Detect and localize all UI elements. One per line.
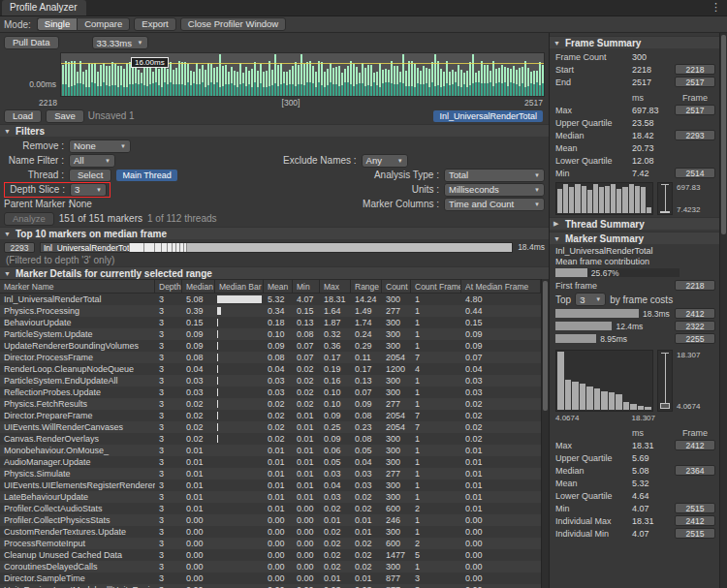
- close-profiler-window-button[interactable]: Close Profiler Window: [180, 17, 286, 31]
- marker-row[interactable]: Director.SampleTime30.000.000.000.010.01…: [0, 573, 541, 584]
- goto-frame-button[interactable]: 2514: [675, 168, 715, 178]
- marker-row[interactable]: UnityEngine.InputModule.dllUnityEngineIn…: [0, 584, 541, 588]
- top-markers-foldout[interactable]: ▼ Top 10 markers on median frame: [0, 227, 549, 239]
- marker-columns-dropdown[interactable]: Time and Count ▼: [444, 198, 545, 211]
- marker-row[interactable]: UpdateRendererBoundingVolumes30.090.090.…: [0, 340, 541, 352]
- marker-summary-foldout[interactable]: ▼ Marker Summary: [550, 232, 723, 244]
- remove-dropdown[interactable]: None ▼: [69, 139, 131, 153]
- table-scrollbar[interactable]: [541, 279, 549, 588]
- marker-row[interactable]: ParticleSystem.EndUpdateAll30.030.030.02…: [0, 375, 541, 387]
- marker-row[interactable]: ReflectionProbes.Update30.030.030.020.10…: [0, 387, 541, 398]
- marker-row[interactable]: BehaviourUpdate30.150.180.131.871.743001…: [0, 317, 541, 328]
- thread-summary-foldout[interactable]: ▶ Thread Summary: [550, 217, 723, 230]
- scrollbar-thumb[interactable]: [543, 281, 548, 411]
- column-header[interactable]: Min: [293, 280, 320, 293]
- top-marker-segment[interactable]: [130, 243, 144, 252]
- goto-frame-button[interactable]: 2322: [675, 321, 715, 331]
- column-header[interactable]: Mean: [264, 280, 293, 293]
- export-button[interactable]: Export: [134, 17, 175, 31]
- marker-row[interactable]: Profiler.CollectPhysicsStats30.000.000.0…: [0, 514, 541, 526]
- goto-frame-button[interactable]: 2218: [675, 280, 715, 291]
- marker-row[interactable]: Inl_UniversalRenderTotal35.085.324.0718.…: [0, 294, 541, 305]
- marker-row[interactable]: ProcessRemoteInput30.000.000.000.020.026…: [0, 538, 541, 549]
- marker-row[interactable]: UIEvents.UIElementsRegisterRenderers30.0…: [0, 480, 541, 491]
- goto-frame-button[interactable]: 2412: [675, 308, 715, 319]
- top-marker-selected-segment[interactable]: Inl_UniversalRenderTotal: [41, 243, 130, 252]
- marker-row[interactable]: UIEvents.WillRenderCanvases30.020.020.01…: [0, 421, 541, 433]
- marker-row[interactable]: Canvas.RenderOverlays30.020.020.010.090.…: [0, 433, 541, 445]
- marker-row[interactable]: Director.PrepareFrame30.020.020.010.090.…: [0, 410, 541, 421]
- top-n-dropdown[interactable]: 3 ▼: [575, 293, 606, 306]
- marker-row[interactable]: Profiler.CollectAudioStats30.010.010.000…: [0, 503, 541, 514]
- column-header[interactable]: Range: [351, 280, 382, 293]
- goto-frame-button[interactable]: 2515: [675, 528, 715, 539]
- column-header[interactable]: Count Frame: [411, 280, 461, 293]
- goto-frame-button[interactable]: 2293: [4, 242, 35, 253]
- column-header[interactable]: Depth: [155, 280, 182, 293]
- kebab-menu-icon[interactable]: ⋮: [711, 1, 721, 14]
- goto-frame-button[interactable]: 2218: [675, 64, 715, 75]
- column-header[interactable]: At Median Frame: [461, 280, 541, 293]
- goto-frame-button[interactable]: 2412: [675, 515, 715, 526]
- marker-row[interactable]: Physics.Processing30.390.340.151.641.492…: [0, 305, 541, 317]
- goto-frame-button[interactable]: 2515: [675, 503, 715, 513]
- selected-marker-portion: [187, 82, 189, 96]
- marker-row[interactable]: AudioManager.Update30.010.010.010.050.04…: [0, 456, 541, 468]
- analysis-type-dropdown[interactable]: Total ▼: [444, 169, 545, 182]
- marker-row[interactable]: RenderLoop.CleanupNodeQueue30.040.040.02…: [0, 363, 541, 375]
- column-header[interactable]: Median Bar: [215, 280, 264, 293]
- top-marker-segment[interactable]: [155, 243, 163, 252]
- tab-profile-analyzer[interactable]: Profile Analyzer: [2, 0, 86, 15]
- marker-row[interactable]: Monobehaviour.OnMouse_30.010.010.010.060…: [0, 445, 541, 456]
- frame-range-dropdown[interactable]: 33.33ms ▼: [92, 36, 148, 49]
- frame-bar: [341, 73, 343, 96]
- stat-label: Upper Quartile: [555, 453, 632, 463]
- mode-compare-button[interactable]: Compare: [77, 17, 130, 31]
- marker-row[interactable]: Director.ProcessFrame30.080.080.070.170.…: [0, 352, 541, 363]
- depth-slice-dropdown[interactable]: 3 ▼: [70, 183, 107, 197]
- marker-row[interactable]: Physics.Simulate30.010.010.010.030.03277…: [0, 468, 541, 480]
- marker-details-foldout[interactable]: ▼ Marker Details for currently selected …: [0, 266, 549, 279]
- frame-bar: [449, 72, 451, 96]
- column-header[interactable]: Count: [382, 280, 411, 293]
- name-filter-dropdown[interactable]: All ▼: [69, 154, 115, 168]
- column-header[interactable]: Max: [320, 280, 351, 293]
- top-suffix: by frame costs: [610, 294, 673, 305]
- exclude-names-dropdown[interactable]: Any ▼: [362, 154, 408, 168]
- cell: 0.02: [264, 410, 293, 421]
- cell: 0.00: [264, 526, 293, 538]
- frame-bar: [85, 70, 87, 96]
- goto-frame-button[interactable]: 2364: [675, 465, 715, 476]
- goto-frame-button[interactable]: 2517: [675, 77, 715, 87]
- column-header[interactable]: Median: [182, 280, 215, 293]
- foldout-triangle-icon: ▶: [553, 220, 561, 228]
- marker-row[interactable]: CustomRenderTextures.Update30.000.000.00…: [0, 526, 541, 538]
- pull-data-button[interactable]: Pull Data: [4, 36, 59, 49]
- column-header[interactable]: Marker Name: [0, 280, 155, 293]
- analyze-button[interactable]: Analyze: [4, 212, 54, 226]
- contribution-bar-fill: [555, 268, 587, 277]
- top-marker-segment[interactable]: [144, 243, 155, 252]
- summary-scrollbar[interactable]: [719, 33, 727, 588]
- thread-select-button[interactable]: Select: [69, 169, 111, 182]
- units-dropdown[interactable]: Milliseconds ▼: [444, 183, 545, 197]
- filters-foldout[interactable]: ▼ Filters: [0, 124, 549, 137]
- median-bar: [217, 330, 218, 338]
- frame-summary-foldout[interactable]: ▼ Frame Summary: [550, 36, 723, 48]
- scrollbar-thumb[interactable]: [721, 35, 726, 234]
- mode-single-button[interactable]: Single: [37, 17, 77, 31]
- marker-row[interactable]: LateBehaviourUpdate30.010.010.010.030.02…: [0, 491, 541, 503]
- cell: 3: [155, 456, 182, 468]
- save-button[interactable]: Save: [46, 109, 84, 123]
- goto-frame-button[interactable]: 2255: [675, 333, 715, 344]
- marker-row[interactable]: Physics.FetchResults30.020.020.020.100.0…: [0, 398, 541, 410]
- goto-frame-button[interactable]: 2293: [675, 130, 715, 140]
- goto-frame-button[interactable]: 2517: [675, 105, 715, 115]
- goto-frame-button[interactable]: 2412: [675, 440, 715, 450]
- marker-row[interactable]: CoroutinesDelayedCalls30.000.000.000.020…: [0, 561, 541, 573]
- marker-row[interactable]: Cleanup Unused Cached Data30.000.000.000…: [0, 549, 541, 561]
- selected-marker-chip[interactable]: Inl_UniversalRenderTotal: [433, 110, 543, 122]
- frame-time-chart[interactable]: 16.00ms: [60, 52, 545, 97]
- load-button[interactable]: Load: [4, 109, 42, 123]
- marker-row[interactable]: ParticleSystem.Update30.090.100.080.320.…: [0, 328, 541, 340]
